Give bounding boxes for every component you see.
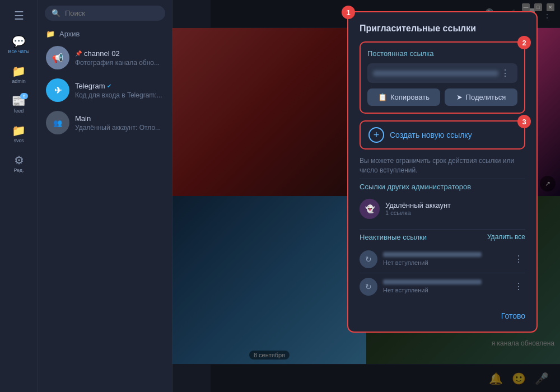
delete-all-button[interactable]: Удалить все (487, 233, 525, 241)
permanent-link-section: 2 Постоянная ссылка ⋮ 📋 Копировать ➤ Под… (360, 41, 525, 114)
section-divider-1 (360, 179, 525, 179)
invite-links-modal: 1 Пригласительные ссылки 2 Постоянная сс… (347, 11, 538, 333)
search-icon: 🔍 (52, 9, 60, 17)
share-icon: ➤ (456, 93, 463, 101)
sidebar-item-label-feed: feed (14, 108, 24, 114)
sidebar-item-label-admin: admin (12, 78, 26, 84)
feed-badge-wrap: 📰 6 (12, 95, 26, 106)
chat-item-main[interactable]: 👥 Main Удалённый аккаунт: Отло... (38, 106, 172, 139)
app-layout: ☰ 💬 Все чаты 📁 admin 📰 6 feed 📁 svcs ⚙ (0, 0, 560, 392)
sidebar-item-all-chats[interactable]: 💬 Все чаты (3, 31, 35, 59)
admin-item[interactable]: 👻 Удалённый аккаунт 1 ссылка (360, 195, 525, 222)
inactive-link-item-2: ↻ Нет вступлений ⋮ (360, 273, 525, 300)
inactive-link-item-1: ↻ Нет вступлений ⋮ (360, 246, 525, 273)
verified-icon: ✔ (107, 83, 111, 89)
all-chats-icon: 💬 (12, 36, 26, 47)
admin-links-count: 1 ссылка (385, 209, 451, 216)
chat-item-channel02[interactable]: 📢 📌 channel 02 Фотография канала обно... (38, 41, 172, 74)
feed-badge-count: 6 (20, 93, 28, 99)
archive-label: 📁 Архив (38, 26, 172, 41)
link-item-info-1: Нет вступлений (383, 252, 506, 266)
link-no-joins-2: Нет вступлений (383, 287, 506, 293)
svcs-icon: 📁 (12, 125, 26, 136)
admin-info: Удалённый аккаунт 1 ссылка (385, 201, 451, 216)
step-badge-1: 1 (342, 6, 355, 19)
admin-avatar: 👻 (360, 199, 380, 219)
admins-section: Ссылки других администраторов 👻 Удалённы… (360, 183, 525, 222)
sidebar-item-edit[interactable]: ⚙ Ред. (3, 150, 35, 178)
chat-info-main: Main Удалённый аккаунт: Отло... (75, 114, 164, 132)
copy-icon: 📋 (378, 93, 387, 101)
sidebar-item-admin[interactable]: 📁 admin (3, 61, 35, 88)
permanent-link-label: Постоянная ссылка (367, 49, 517, 58)
link-no-joins-1: Нет вступлений (383, 259, 506, 266)
chat-name-main: Main (75, 114, 164, 123)
chat-preview-main: Удалённый аккаунт: Отло... (75, 124, 164, 132)
search-area: 🔍 (38, 0, 172, 26)
admin-name: Удалённый аккаунт (385, 201, 451, 209)
inactive-links-section: Неактивные ссылки Удалить все ↻ Нет всту… (360, 233, 525, 300)
chat-preview-channel02: Фотография канала обно... (75, 59, 164, 67)
admins-section-title: Ссылки других администраторов (360, 183, 525, 191)
inactive-title: Неактивные ссылки (360, 233, 427, 241)
chat-avatar-channel02: 📢 (46, 46, 69, 69)
link-item-blurred-1 (383, 252, 482, 257)
sidebar-item-feed[interactable]: 📰 6 feed (3, 91, 35, 118)
archive-icon: 📁 (46, 30, 55, 38)
link-action-buttons: 📋 Копировать ➤ Поделиться (367, 88, 517, 106)
link-refresh-icon-2: ↻ (360, 278, 377, 296)
share-link-button[interactable]: ➤ Поделиться (445, 88, 517, 106)
link-display-row: ⋮ (367, 63, 517, 83)
sidebar-item-svcs[interactable]: 📁 svcs (3, 120, 35, 148)
minimize-button[interactable]: — (522, 3, 530, 11)
copy-link-button[interactable]: 📋 Копировать (367, 88, 440, 106)
chat-list-panel: 🔍 📁 Архив 📢 📌 channel 02 Фотография кана… (38, 0, 172, 392)
icon-sidebar: ☰ 💬 Все чаты 📁 admin 📰 6 feed 📁 svcs ⚙ (0, 0, 38, 392)
pin-icon: 📌 (75, 50, 82, 57)
search-input-wrap[interactable]: 🔍 (45, 6, 165, 21)
create-link-icon: + (368, 127, 384, 143)
inactive-header: Неактивные ссылки Удалить все (360, 233, 525, 241)
sidebar-item-label-all-chats: Все чаты (8, 49, 29, 54)
chat-name-channel02: 📌 channel 02 (75, 49, 164, 58)
step-badge-3: 3 (517, 115, 531, 128)
link-text-blurred (373, 71, 498, 76)
step-badge-2: 2 (517, 36, 531, 49)
chat-name-telegram: Telegram ✔ (75, 82, 164, 90)
chat-preview-telegram: Код для входа в Telegram:... (75, 91, 164, 99)
chat-info-channel02: 📌 channel 02 Фотография канала обно... (75, 49, 164, 67)
create-link-description: Вы можете ограничить срок действия ссылк… (360, 156, 525, 175)
search-input[interactable] (65, 9, 158, 17)
link-item-info-2: Нет вступлений (383, 279, 506, 293)
link-options-button[interactable]: ⋮ (498, 68, 512, 78)
inactive-link-options-2[interactable]: ⋮ (512, 281, 525, 292)
chat-info-telegram: Telegram ✔ Код для входа в Telegram:... (75, 82, 164, 99)
modal-title: Пригласительные ссылки (360, 24, 525, 34)
content-area: 🔍 📹 ⬜ ⋮ 👁 9 0:58 ↗ 8 сентября я канала о… (172, 0, 560, 392)
edit-icon: ⚙ (14, 155, 24, 166)
link-refresh-icon-1: ↻ (360, 250, 377, 268)
window-chrome: — □ ✕ (516, 0, 560, 15)
close-button[interactable]: ✕ (547, 3, 554, 11)
chat-avatar-main: 👥 (46, 111, 69, 134)
menu-icon: ☰ (14, 10, 24, 21)
create-link-label: Создать новую ссылку (390, 130, 472, 139)
done-button[interactable]: Готово (501, 311, 525, 320)
chat-item-telegram[interactable]: ✈ Telegram ✔ Код для входа в Telegram:..… (38, 74, 172, 106)
link-item-blurred-2 (383, 279, 482, 284)
section-divider-2 (360, 229, 525, 230)
sidebar-item-label-svcs: svcs (14, 138, 24, 143)
sidebar-menu-button[interactable]: ☰ (3, 6, 35, 26)
create-link-section[interactable]: 3 + Создать новую ссылку (360, 120, 525, 150)
sidebar-item-label-edit: Ред. (13, 167, 24, 173)
admin-folder-icon: 📁 (12, 66, 26, 77)
done-row: Готово (360, 307, 525, 320)
maximize-button[interactable]: □ (534, 3, 542, 11)
inactive-link-options-1[interactable]: ⋮ (512, 254, 525, 264)
chat-avatar-telegram: ✈ (46, 78, 69, 102)
